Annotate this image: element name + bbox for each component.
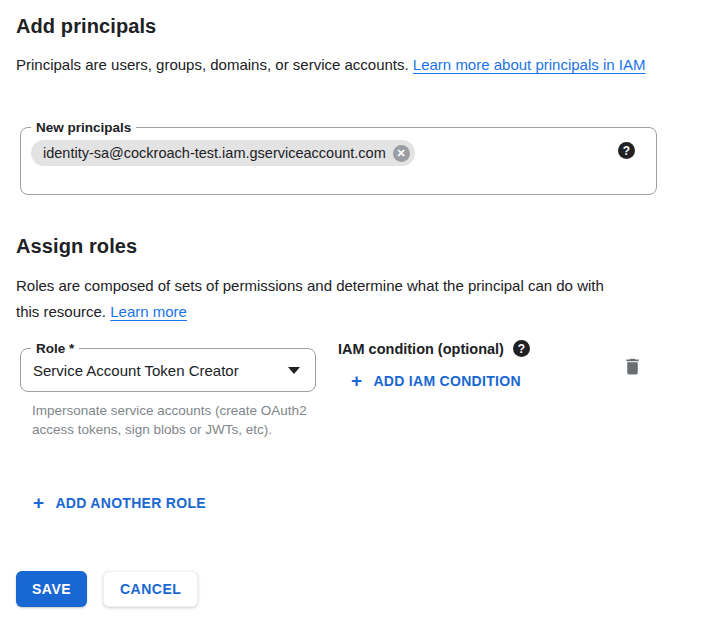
role-selected-value: Service Account Token Creator (33, 362, 239, 379)
role-select[interactable]: Role * Service Account Token Creator (20, 348, 316, 392)
add-another-role-button[interactable]: + ADD ANOTHER ROLE (33, 493, 206, 512)
principal-chip-text: identity-sa@cockroach-test.iam.gservicea… (43, 145, 386, 161)
principals-description-text: Principals are users, groups, domains, o… (16, 56, 413, 73)
add-iam-condition-button[interactable]: + ADD IAM CONDITION (351, 371, 521, 390)
cancel-button[interactable]: CANCEL (103, 571, 198, 607)
save-button[interactable]: SAVE (16, 571, 87, 607)
add-iam-condition-label: ADD IAM CONDITION (373, 373, 520, 389)
page-title: Add principals (16, 15, 156, 38)
chip-remove-icon[interactable]: ✕ (393, 145, 410, 162)
role-label: Role * (31, 340, 79, 357)
principal-chip: identity-sa@cockroach-test.iam.gservicea… (31, 140, 415, 166)
add-another-role-label: ADD ANOTHER ROLE (55, 495, 206, 511)
chevron-down-icon (288, 367, 300, 374)
new-principals-field[interactable]: New principals identity-sa@cockroach-tes… (20, 127, 657, 195)
plus-icon: + (351, 371, 362, 390)
iam-condition-help-icon[interactable]: ? (513, 340, 530, 357)
trash-icon (622, 356, 643, 377)
delete-role-button[interactable] (618, 352, 646, 380)
assign-roles-title: Assign roles (16, 235, 137, 258)
add-principals-panel: Add principals Principals are users, gro… (0, 0, 713, 629)
new-principals-label: New principals (31, 119, 136, 136)
roles-description: Roles are composed of sets of permission… (16, 273, 608, 324)
iam-condition-row: IAM condition (optional) ? (338, 340, 530, 357)
role-helper-text: Impersonate service accounts (create OAu… (32, 401, 318, 439)
learn-more-roles-link[interactable]: Learn more (110, 303, 187, 320)
roles-description-text: Roles are composed of sets of permission… (16, 277, 604, 320)
plus-icon: + (33, 493, 44, 512)
iam-condition-label: IAM condition (optional) (338, 341, 504, 357)
new-principals-help-icon[interactable]: ? (618, 142, 635, 159)
learn-more-principals-link[interactable]: Learn more about principals in IAM (413, 56, 646, 73)
principals-description: Principals are users, groups, domains, o… (16, 52, 664, 78)
